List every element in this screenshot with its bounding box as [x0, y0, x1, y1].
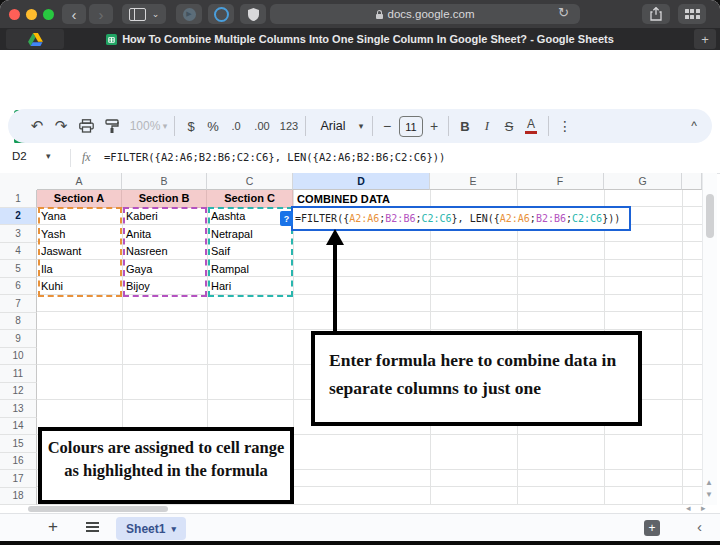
- decrease-font-size-button[interactable]: −: [378, 109, 396, 143]
- all-sheets-button[interactable]: [86, 522, 99, 524]
- vertical-scrollbar-thumb[interactable]: [706, 194, 714, 238]
- side-panel-button[interactable]: +: [644, 520, 660, 536]
- row-header-1[interactable]: 1: [0, 190, 37, 208]
- toolbar-overflow-button[interactable]: ⋮: [556, 109, 574, 143]
- scroll-left-icon[interactable]: ◂: [686, 503, 691, 513]
- formula-help-badge[interactable]: ?: [280, 211, 293, 226]
- collapse-toolbar-button[interactable]: ^: [684, 109, 704, 143]
- row-header-10[interactable]: 10: [0, 348, 37, 366]
- row-header-12[interactable]: 12: [0, 383, 37, 401]
- cell-b1[interactable]: Section B: [122, 190, 207, 208]
- row-header-18[interactable]: 18: [0, 488, 37, 506]
- row-header-17[interactable]: 17: [0, 470, 37, 488]
- collapse-panel-button[interactable]: ‹: [697, 518, 702, 535]
- minimize-window-button[interactable]: [26, 9, 37, 20]
- row-header-14[interactable]: 14: [0, 418, 37, 436]
- cell-c3[interactable]: Netrapal: [207, 225, 293, 243]
- paint-format-button[interactable]: [101, 109, 123, 143]
- increase-font-size-button[interactable]: +: [425, 109, 443, 143]
- extension-ring-button[interactable]: [208, 4, 234, 24]
- scroll-right-icon[interactable]: ▸: [701, 503, 706, 513]
- cell-a5[interactable]: Ila: [37, 260, 122, 278]
- name-box-caret-icon[interactable]: ▾: [46, 151, 51, 161]
- share-button-safari[interactable]: [642, 4, 670, 24]
- text-color-button[interactable]: A: [521, 109, 541, 143]
- sidebar-button[interactable]: ⌄: [122, 4, 166, 24]
- active-tab[interactable]: How To Combine Multiple Columns Into One…: [0, 29, 720, 49]
- increase-decimal-button[interactable]: .00: [249, 109, 275, 143]
- extension-shield-button[interactable]: [240, 4, 266, 24]
- undo-button[interactable]: ↶: [26, 109, 48, 143]
- decrease-decimal-button[interactable]: .0: [225, 109, 247, 143]
- zoom-select[interactable]: 100%: [128, 109, 162, 143]
- cell-b5[interactable]: Gaya: [122, 260, 207, 278]
- print-button[interactable]: [75, 109, 97, 143]
- cell-a3[interactable]: Yash: [37, 225, 122, 243]
- column-header-e[interactable]: E: [430, 173, 517, 190]
- add-sheet-button[interactable]: +: [48, 517, 58, 537]
- column-header-f[interactable]: F: [517, 173, 604, 190]
- tab-overview-button[interactable]: [678, 4, 706, 24]
- more-formats-button[interactable]: 123: [276, 109, 302, 143]
- row-header-9[interactable]: 9: [0, 330, 37, 348]
- column-header-c[interactable]: C: [207, 173, 293, 190]
- column-header-a[interactable]: A: [37, 173, 122, 190]
- active-cell-editor[interactable]: =FILTER({A2:A6;B2:B6;C2:C6}, LEN({A2:A6;…: [291, 206, 631, 231]
- formula-segment: =FILTER({: [295, 213, 349, 224]
- name-box[interactable]: D2: [12, 150, 27, 162]
- column-header-partial[interactable]: [682, 173, 702, 190]
- forward-button[interactable]: ›: [89, 4, 113, 24]
- row-header-16[interactable]: 16: [0, 453, 37, 471]
- cell-d1[interactable]: COMBINED DATA: [293, 190, 430, 208]
- back-button[interactable]: ‹: [62, 4, 86, 24]
- zoom-window-button[interactable]: [43, 9, 54, 20]
- cell-c1[interactable]: Section C: [207, 190, 293, 208]
- redo-button[interactable]: ↷: [50, 109, 72, 143]
- scroll-down-icon[interactable]: ▼: [705, 490, 713, 499]
- bold-button[interactable]: B: [455, 109, 475, 143]
- cell-b2[interactable]: Kaberi: [122, 208, 207, 226]
- extension-play-button[interactable]: ▶: [176, 4, 202, 24]
- cell-c4[interactable]: Saif: [207, 243, 293, 261]
- new-tab-button[interactable]: +: [694, 29, 716, 49]
- cell-c5[interactable]: Rampal: [207, 260, 293, 278]
- cell-c6[interactable]: Hari: [207, 278, 293, 296]
- row-header-11[interactable]: 11: [0, 365, 37, 383]
- format-currency-button[interactable]: $: [181, 109, 201, 143]
- column-header-b[interactable]: B: [122, 173, 207, 190]
- row-header-8[interactable]: 8: [0, 313, 37, 331]
- row-header-3[interactable]: 3: [0, 225, 37, 243]
- cell-a4[interactable]: Jaswant: [37, 243, 122, 261]
- formula-input[interactable]: =FILTER({A2:A6;B2:B6;C2:C6}, LEN({A2:A6;…: [104, 151, 445, 163]
- row-header-5[interactable]: 5: [0, 260, 37, 278]
- panel-plus-icon: +: [648, 521, 655, 535]
- format-percent-button[interactable]: %: [203, 109, 223, 143]
- row-header-2[interactable]: 2: [0, 208, 37, 226]
- cell-b6[interactable]: Bijoy: [122, 278, 207, 296]
- font-size-input[interactable]: 11: [399, 116, 423, 137]
- cell-a2[interactable]: Yana: [37, 208, 122, 226]
- strikethrough-button[interactable]: S: [499, 109, 519, 143]
- row-header-7[interactable]: 7: [0, 295, 37, 313]
- annotation-colours-note: Colours are assigned to cell range as hi…: [38, 427, 294, 504]
- cell-a6[interactable]: Kuhi: [37, 278, 122, 296]
- sheet-tab-sheet1[interactable]: Sheet1 ▾: [116, 517, 186, 540]
- cell-a1[interactable]: Section A: [37, 190, 122, 208]
- cell-b3[interactable]: Anita: [122, 225, 207, 243]
- reload-button[interactable]: ↻: [558, 5, 569, 20]
- close-window-button[interactable]: [9, 9, 20, 20]
- row-header-15[interactable]: 15: [0, 435, 37, 453]
- column-header-d[interactable]: D: [293, 173, 430, 190]
- horizontal-scrollbar-thumb[interactable]: [28, 506, 168, 512]
- row-header-13[interactable]: 13: [0, 400, 37, 418]
- select-all-corner[interactable]: [0, 173, 38, 191]
- address-bar[interactable]: docs.google.com: [270, 4, 580, 24]
- font-family-select[interactable]: Arial: [313, 109, 353, 143]
- italic-button[interactable]: I: [477, 109, 497, 143]
- cell-b4[interactable]: Nasreen: [122, 243, 207, 261]
- column-header-g[interactable]: G: [604, 173, 682, 190]
- row-header-6[interactable]: 6: [0, 278, 37, 296]
- font-size-value: 11: [405, 121, 416, 133]
- scroll-up-icon[interactable]: ▲: [705, 478, 713, 487]
- row-header-4[interactable]: 4: [0, 243, 37, 261]
